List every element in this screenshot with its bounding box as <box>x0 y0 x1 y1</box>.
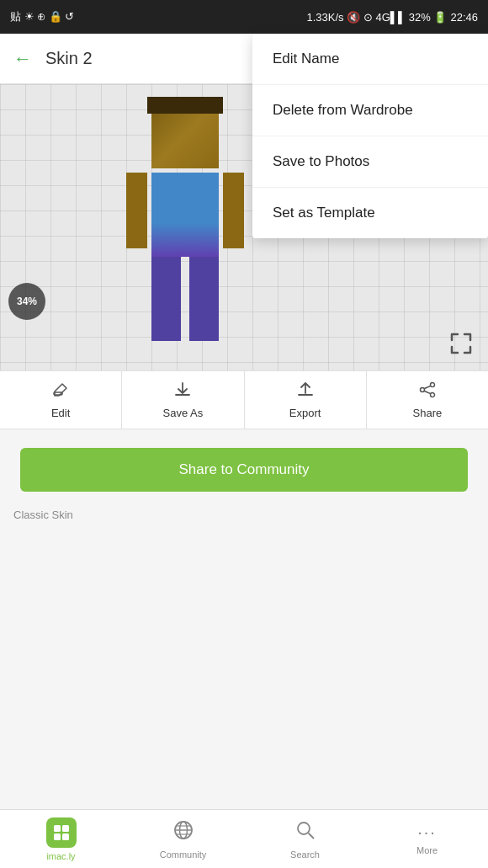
dropdown-overlay[interactable]: Edit Name Delete from Wardrobe Save to P… <box>0 0 488 868</box>
dropdown-menu: Edit Name Delete from Wardrobe Save to P… <box>252 34 488 238</box>
dropdown-save-photos[interactable]: Save to Photos <box>252 136 488 188</box>
dropdown-delete-wardrobe[interactable]: Delete from Wardrobe <box>252 85 488 136</box>
dropdown-edit-name[interactable]: Edit Name <box>252 34 488 85</box>
dropdown-set-template[interactable]: Set as Template <box>252 188 488 238</box>
